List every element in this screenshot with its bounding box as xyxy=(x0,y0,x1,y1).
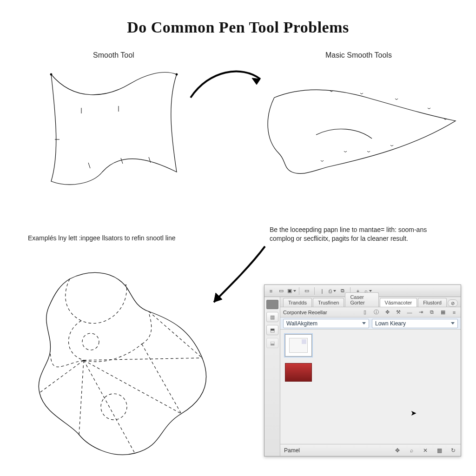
subbar-info-icon[interactable]: ⓘ xyxy=(372,309,380,316)
dropdown-left[interactable]: WalIAkgitem xyxy=(283,319,369,328)
panel-sidebar: ▥ ⬒ ⬓ xyxy=(264,297,280,456)
layout-icon[interactable]: ▭ xyxy=(303,287,311,295)
footer-grid-icon[interactable]: ▦ xyxy=(436,447,443,454)
illustration-after-shape xyxy=(260,65,460,186)
panel-tab[interactable]: Trusfinen xyxy=(313,298,344,307)
footer-delete-icon[interactable]: ✕ xyxy=(422,447,429,454)
subbar-export-icon[interactable]: ⇥ xyxy=(417,309,424,316)
panel-subbar-label: Corpontve Reoellar xyxy=(283,310,327,315)
panel-tabstrip: Trandds Trusfinen Caser Gorter Vásmacote… xyxy=(280,297,461,307)
subbar-copy-icon[interactable]: ⧉ xyxy=(428,309,436,316)
subbar-dash-icon[interactable]: — xyxy=(406,309,413,316)
doc-icon[interactable]: ▭ xyxy=(278,287,285,295)
panel-tab-close-icon[interactable]: ⊘ xyxy=(448,299,458,307)
chevron-down-icon xyxy=(362,322,366,324)
subhead-masic-smooth-tools: Masic Smooth Tools xyxy=(325,51,392,60)
tool-dropdown-icon[interactable]: ⎙ xyxy=(329,287,336,295)
svg-point-0 xyxy=(50,73,52,75)
separator xyxy=(314,287,315,295)
svg-point-1 xyxy=(176,73,178,75)
svg-line-4 xyxy=(88,163,90,168)
panel-tab-active[interactable]: Vásmacoter xyxy=(380,298,417,307)
panel-body: ▥ ⬒ ⬓ Trandds Trusfinen Caser Gorter Vás… xyxy=(264,297,461,456)
svg-line-6 xyxy=(149,157,151,163)
subbar-wrench-icon[interactable]: ⚒ xyxy=(395,309,402,316)
caption-bottom-left: Examplés lny lett :inpgee llsators to re… xyxy=(28,234,195,243)
panel-main: Trandds Trusfinen Caser Gorter Vásmacote… xyxy=(280,297,461,456)
illustration-before-shape xyxy=(37,65,186,195)
panel-subbar: Corpontve Reoellar ▯ ⓘ ✥ ⚒ — ⇥ ⧉ ▦ ≡ xyxy=(280,307,461,317)
menu-icon[interactable]: ≡ xyxy=(267,287,275,295)
dropdown-left-label: WalIAkgitem xyxy=(286,320,317,327)
illustration-complex-shape xyxy=(19,260,232,465)
panel-dropdown-row: WalIAkgitem Lown Kieary xyxy=(280,317,461,330)
panel-tab[interactable]: Flustord xyxy=(418,298,447,307)
color-swatch-red[interactable] xyxy=(285,363,312,382)
footer-refresh-icon[interactable]: ↻ xyxy=(450,447,457,454)
dropdown-right-label: Lown Kieary xyxy=(375,320,406,327)
sidebar-thumb[interactable] xyxy=(266,300,278,309)
cursor-icon: ➤ xyxy=(410,409,416,417)
dropdown-right[interactable]: Lown Kieary xyxy=(372,319,458,328)
footer-target-icon[interactable]: ✥ xyxy=(394,447,401,454)
sidebar-btn-1[interactable]: ▥ xyxy=(266,312,278,322)
panel-footer-label: Pamel xyxy=(284,447,300,454)
panel-footer: Pamel ✥ ⌕ ✕ ▦ ↻ xyxy=(280,444,461,456)
page-title: Do Common Pen Tool Problems xyxy=(0,19,476,36)
subbar-doc-icon[interactable]: ▯ xyxy=(361,309,369,316)
svg-point-9 xyxy=(82,333,99,350)
separator xyxy=(299,287,299,295)
subbar-grid-icon[interactable]: ▦ xyxy=(439,309,447,316)
panel-tab[interactable]: Caser Gorter xyxy=(345,292,378,307)
app-panel: ≡ ▭ ▣ ▭ | ⎙ ⧉ + ⌕ ▥ ⬒ ⬓ Trandds Trusfine… xyxy=(264,284,461,456)
content-thumbnail-inner xyxy=(289,338,308,353)
sidebar-btn-2[interactable]: ⬒ xyxy=(266,325,278,335)
svg-point-8 xyxy=(101,394,127,420)
content-thumbnail[interactable] xyxy=(285,334,312,357)
caption-bottom-right: Be the loceepding papn line to mantae= l… xyxy=(270,225,446,243)
svg-line-5 xyxy=(121,158,123,164)
panel-content: ➤ xyxy=(280,330,461,444)
align-icon[interactable]: | xyxy=(318,287,326,295)
image-dropdown-icon[interactable]: ▣ xyxy=(288,287,295,295)
panel-tab[interactable]: Trandds xyxy=(283,298,312,307)
subhead-smooth-tool: Smooth Tool xyxy=(93,51,134,60)
arrow-before-after xyxy=(186,60,270,112)
subbar-target-icon[interactable]: ✥ xyxy=(383,309,391,316)
footer-search-icon[interactable]: ⌕ xyxy=(408,447,415,454)
sidebar-btn-3[interactable]: ⬓ xyxy=(266,338,278,348)
subbar-menu-icon[interactable]: ≡ xyxy=(450,309,458,316)
chevron-down-icon xyxy=(451,322,455,324)
